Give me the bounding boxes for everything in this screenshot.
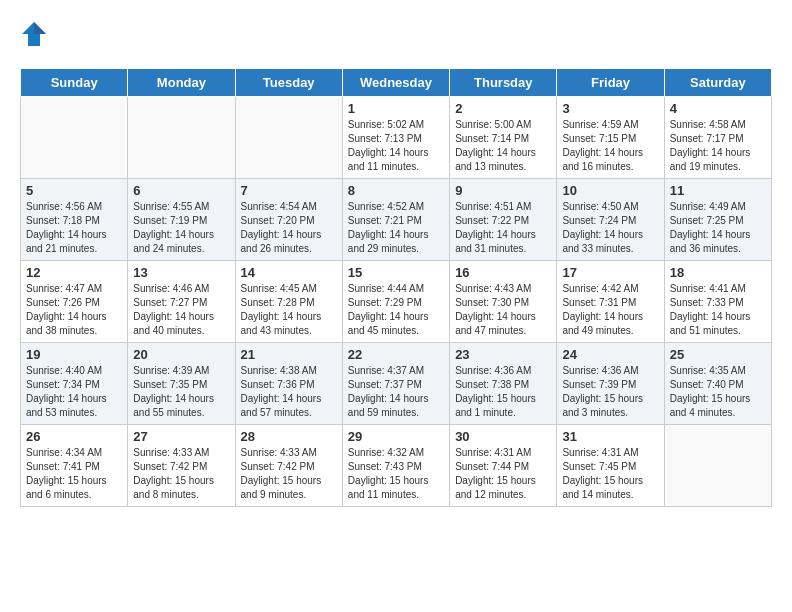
day-number: 23 xyxy=(455,347,551,362)
day-info: Sunrise: 4:42 AM Sunset: 7:31 PM Dayligh… xyxy=(562,282,658,338)
svg-marker-1 xyxy=(34,22,46,34)
day-number: 25 xyxy=(670,347,766,362)
calendar-week-row: 19Sunrise: 4:40 AM Sunset: 7:34 PM Dayli… xyxy=(21,343,772,425)
calendar-week-row: 12Sunrise: 4:47 AM Sunset: 7:26 PM Dayli… xyxy=(21,261,772,343)
day-number: 29 xyxy=(348,429,444,444)
day-info: Sunrise: 4:37 AM Sunset: 7:37 PM Dayligh… xyxy=(348,364,444,420)
page-header xyxy=(20,20,772,52)
day-number: 4 xyxy=(670,101,766,116)
calendar-day: 21Sunrise: 4:38 AM Sunset: 7:36 PM Dayli… xyxy=(235,343,342,425)
day-number: 6 xyxy=(133,183,229,198)
day-info: Sunrise: 5:00 AM Sunset: 7:14 PM Dayligh… xyxy=(455,118,551,174)
day-number: 3 xyxy=(562,101,658,116)
day-info: Sunrise: 4:47 AM Sunset: 7:26 PM Dayligh… xyxy=(26,282,122,338)
day-info: Sunrise: 4:31 AM Sunset: 7:44 PM Dayligh… xyxy=(455,446,551,502)
calendar-day: 13Sunrise: 4:46 AM Sunset: 7:27 PM Dayli… xyxy=(128,261,235,343)
day-number: 26 xyxy=(26,429,122,444)
day-number: 17 xyxy=(562,265,658,280)
calendar-day: 24Sunrise: 4:36 AM Sunset: 7:39 PM Dayli… xyxy=(557,343,664,425)
day-number: 19 xyxy=(26,347,122,362)
day-info: Sunrise: 4:34 AM Sunset: 7:41 PM Dayligh… xyxy=(26,446,122,502)
calendar-day: 20Sunrise: 4:39 AM Sunset: 7:35 PM Dayli… xyxy=(128,343,235,425)
calendar-day: 14Sunrise: 4:45 AM Sunset: 7:28 PM Dayli… xyxy=(235,261,342,343)
calendar-day: 9Sunrise: 4:51 AM Sunset: 7:22 PM Daylig… xyxy=(450,179,557,261)
day-number: 12 xyxy=(26,265,122,280)
calendar-day: 15Sunrise: 4:44 AM Sunset: 7:29 PM Dayli… xyxy=(342,261,449,343)
calendar-day: 1Sunrise: 5:02 AM Sunset: 7:13 PM Daylig… xyxy=(342,97,449,179)
day-info: Sunrise: 5:02 AM Sunset: 7:13 PM Dayligh… xyxy=(348,118,444,174)
calendar-day: 2Sunrise: 5:00 AM Sunset: 7:14 PM Daylig… xyxy=(450,97,557,179)
calendar-day: 31Sunrise: 4:31 AM Sunset: 7:45 PM Dayli… xyxy=(557,425,664,507)
day-number: 18 xyxy=(670,265,766,280)
day-number: 8 xyxy=(348,183,444,198)
day-info: Sunrise: 4:40 AM Sunset: 7:34 PM Dayligh… xyxy=(26,364,122,420)
day-number: 7 xyxy=(241,183,337,198)
day-number: 27 xyxy=(133,429,229,444)
logo xyxy=(20,20,52,52)
day-info: Sunrise: 4:44 AM Sunset: 7:29 PM Dayligh… xyxy=(348,282,444,338)
day-number: 1 xyxy=(348,101,444,116)
calendar-day: 17Sunrise: 4:42 AM Sunset: 7:31 PM Dayli… xyxy=(557,261,664,343)
calendar-day: 11Sunrise: 4:49 AM Sunset: 7:25 PM Dayli… xyxy=(664,179,771,261)
calendar-day: 26Sunrise: 4:34 AM Sunset: 7:41 PM Dayli… xyxy=(21,425,128,507)
day-info: Sunrise: 4:52 AM Sunset: 7:21 PM Dayligh… xyxy=(348,200,444,256)
day-number: 10 xyxy=(562,183,658,198)
day-number: 22 xyxy=(348,347,444,362)
day-info: Sunrise: 4:51 AM Sunset: 7:22 PM Dayligh… xyxy=(455,200,551,256)
day-info: Sunrise: 4:36 AM Sunset: 7:38 PM Dayligh… xyxy=(455,364,551,420)
calendar-day: 10Sunrise: 4:50 AM Sunset: 7:24 PM Dayli… xyxy=(557,179,664,261)
calendar-day: 7Sunrise: 4:54 AM Sunset: 7:20 PM Daylig… xyxy=(235,179,342,261)
day-info: Sunrise: 4:43 AM Sunset: 7:30 PM Dayligh… xyxy=(455,282,551,338)
day-number: 21 xyxy=(241,347,337,362)
day-of-week-header: Thursday xyxy=(450,69,557,97)
day-of-week-header: Tuesday xyxy=(235,69,342,97)
calendar-day xyxy=(128,97,235,179)
calendar-day: 16Sunrise: 4:43 AM Sunset: 7:30 PM Dayli… xyxy=(450,261,557,343)
day-info: Sunrise: 4:54 AM Sunset: 7:20 PM Dayligh… xyxy=(241,200,337,256)
day-number: 24 xyxy=(562,347,658,362)
calendar-day: 4Sunrise: 4:58 AM Sunset: 7:17 PM Daylig… xyxy=(664,97,771,179)
day-info: Sunrise: 4:33 AM Sunset: 7:42 PM Dayligh… xyxy=(133,446,229,502)
day-number: 31 xyxy=(562,429,658,444)
day-info: Sunrise: 4:32 AM Sunset: 7:43 PM Dayligh… xyxy=(348,446,444,502)
calendar-week-row: 1Sunrise: 5:02 AM Sunset: 7:13 PM Daylig… xyxy=(21,97,772,179)
day-info: Sunrise: 4:31 AM Sunset: 7:45 PM Dayligh… xyxy=(562,446,658,502)
calendar-day: 30Sunrise: 4:31 AM Sunset: 7:44 PM Dayli… xyxy=(450,425,557,507)
calendar-day: 8Sunrise: 4:52 AM Sunset: 7:21 PM Daylig… xyxy=(342,179,449,261)
day-info: Sunrise: 4:55 AM Sunset: 7:19 PM Dayligh… xyxy=(133,200,229,256)
calendar-day: 23Sunrise: 4:36 AM Sunset: 7:38 PM Dayli… xyxy=(450,343,557,425)
day-info: Sunrise: 4:46 AM Sunset: 7:27 PM Dayligh… xyxy=(133,282,229,338)
day-number: 16 xyxy=(455,265,551,280)
logo-icon xyxy=(20,20,48,52)
day-info: Sunrise: 4:38 AM Sunset: 7:36 PM Dayligh… xyxy=(241,364,337,420)
calendar-table: SundayMondayTuesdayWednesdayThursdayFrid… xyxy=(20,68,772,507)
day-number: 5 xyxy=(26,183,122,198)
day-number: 11 xyxy=(670,183,766,198)
day-number: 14 xyxy=(241,265,337,280)
calendar-day xyxy=(235,97,342,179)
calendar-week-row: 26Sunrise: 4:34 AM Sunset: 7:41 PM Dayli… xyxy=(21,425,772,507)
calendar-day xyxy=(21,97,128,179)
day-number: 15 xyxy=(348,265,444,280)
calendar-day: 29Sunrise: 4:32 AM Sunset: 7:43 PM Dayli… xyxy=(342,425,449,507)
day-info: Sunrise: 4:59 AM Sunset: 7:15 PM Dayligh… xyxy=(562,118,658,174)
day-number: 30 xyxy=(455,429,551,444)
calendar-day: 22Sunrise: 4:37 AM Sunset: 7:37 PM Dayli… xyxy=(342,343,449,425)
day-number: 13 xyxy=(133,265,229,280)
day-number: 2 xyxy=(455,101,551,116)
day-number: 28 xyxy=(241,429,337,444)
day-info: Sunrise: 4:33 AM Sunset: 7:42 PM Dayligh… xyxy=(241,446,337,502)
calendar-day: 5Sunrise: 4:56 AM Sunset: 7:18 PM Daylig… xyxy=(21,179,128,261)
day-number: 9 xyxy=(455,183,551,198)
day-info: Sunrise: 4:41 AM Sunset: 7:33 PM Dayligh… xyxy=(670,282,766,338)
day-info: Sunrise: 4:56 AM Sunset: 7:18 PM Dayligh… xyxy=(26,200,122,256)
day-info: Sunrise: 4:36 AM Sunset: 7:39 PM Dayligh… xyxy=(562,364,658,420)
calendar-day: 28Sunrise: 4:33 AM Sunset: 7:42 PM Dayli… xyxy=(235,425,342,507)
day-info: Sunrise: 4:58 AM Sunset: 7:17 PM Dayligh… xyxy=(670,118,766,174)
calendar-day: 18Sunrise: 4:41 AM Sunset: 7:33 PM Dayli… xyxy=(664,261,771,343)
day-info: Sunrise: 4:50 AM Sunset: 7:24 PM Dayligh… xyxy=(562,200,658,256)
day-of-week-header: Wednesday xyxy=(342,69,449,97)
day-of-week-header: Friday xyxy=(557,69,664,97)
day-of-week-header: Monday xyxy=(128,69,235,97)
calendar-day: 6Sunrise: 4:55 AM Sunset: 7:19 PM Daylig… xyxy=(128,179,235,261)
